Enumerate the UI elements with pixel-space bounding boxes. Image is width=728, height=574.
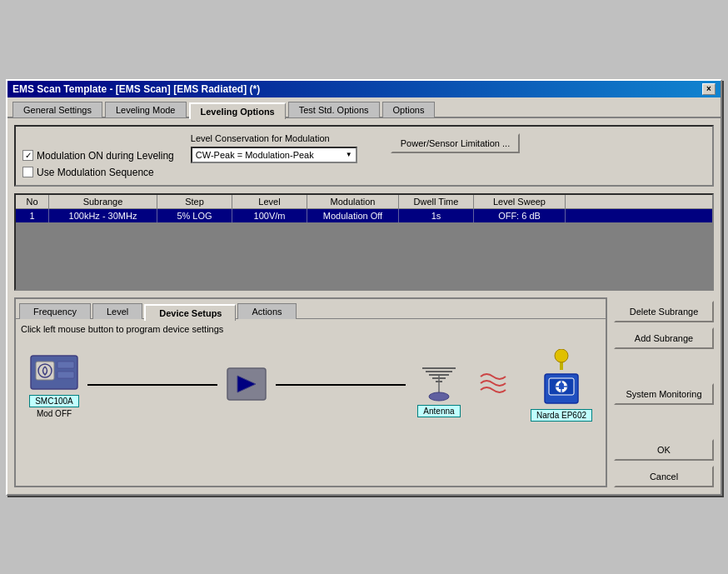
btab-actions[interactable]: Actions (237, 303, 296, 319)
col-subrange: Subrange (49, 195, 157, 208)
device-amplifier[interactable] (226, 364, 267, 406)
device-setup-content: Click left mouse button to program devic… (16, 319, 606, 486)
col-no: No (16, 195, 49, 208)
modulation-row: ✓ Modulation ON during Leveling (22, 150, 174, 162)
action-buttons: Delete Subrange Add Subrange System Moni… (614, 297, 714, 487)
device-antenna[interactable]: Antenna (414, 353, 464, 417)
table-header: No Subrange Step Level Modulation Dwell … (16, 195, 712, 209)
connector-1 (87, 384, 217, 386)
svg-rect-3 (57, 362, 74, 368)
system-monitoring-button[interactable]: System Monitoring (614, 383, 714, 405)
device-field-waves (472, 360, 514, 410)
main-window: EMS Scan Template - [EMS Scan] [EMS Radi… (6, 79, 722, 496)
power-sensor-button[interactable]: Power/Sensor Limitation ... (391, 133, 520, 153)
close-button[interactable]: × (702, 83, 716, 95)
delete-subrange-button[interactable]: Delete Subrange (614, 301, 714, 322)
tab-leveling-mode[interactable]: Leveling Mode (105, 102, 187, 117)
btab-level[interactable]: Level (92, 303, 142, 319)
table-area: No Subrange Step Level Modulation Dwell … (14, 193, 714, 291)
device-diagram: SMC100A Mod OFF (21, 341, 601, 430)
level-conservation: Level Conservation for Modulation CW-Pea… (191, 133, 357, 163)
tab-test-std-options[interactable]: Test Std. Options (288, 102, 380, 117)
device-smc100a[interactable]: SMC100A Mod OFF (29, 352, 79, 418)
smc100a-label: SMC100A (29, 395, 79, 407)
smc100a-sublabel: Mod OFF (37, 409, 72, 418)
antenna-label: Antenna (417, 405, 460, 417)
bottom-left-panel: Frequency Level Device Setups Actions Cl… (14, 297, 607, 487)
dropdown-arrow-icon: ▼ (346, 151, 352, 158)
cell-subrange: 100kHz - 30MHz (49, 209, 157, 222)
cancel-button[interactable]: Cancel (614, 466, 714, 487)
dropdown-value: CW-Peak = Modulation-Peak (196, 150, 314, 160)
cell-modulation: Modulation Off (307, 209, 399, 222)
cell-dwell-time: 1s (399, 209, 474, 222)
select-row: CW-Peak = Modulation-Peak ▼ (191, 147, 357, 163)
table-row[interactable]: 1 100kHz - 30MHz 5% LOG 100V/m Modulatio… (16, 209, 712, 222)
antenna-icon (414, 353, 464, 403)
smc100a-icon (29, 352, 79, 393)
cell-level-sweep: OFF: 6 dB (474, 209, 566, 222)
bottom-tabs-row: Frequency Level Device Setups Actions (16, 299, 606, 319)
options-top: ✓ Modulation ON during Leveling Use Modu… (22, 133, 706, 178)
add-subrange-button[interactable]: Add Subrange (614, 327, 714, 349)
top-tabs: General Settings Leveling Mode Leveling … (7, 97, 721, 118)
bottom-section: Frequency Level Device Setups Actions Cl… (14, 297, 714, 487)
cell-level: 100V/m (232, 209, 307, 222)
checkboxes: ✓ Modulation ON during Leveling Use Modu… (22, 133, 174, 178)
amplifier-icon (226, 364, 267, 406)
col-modulation: Modulation (307, 195, 399, 208)
sequence-checkbox[interactable] (22, 167, 33, 177)
tab-general-settings[interactable]: General Settings (12, 102, 102, 117)
svg-point-15 (555, 349, 568, 362)
cell-no: 1 (16, 209, 49, 222)
window-title: EMS Scan Template - [EMS Scan] [EMS Radi… (12, 83, 260, 95)
btab-device-setups[interactable]: Device Setups (144, 304, 236, 321)
svg-point-13 (429, 392, 449, 401)
level-conservation-label: Level Conservation for Modulation (191, 133, 357, 143)
svg-rect-4 (57, 372, 74, 378)
col-level: Level (232, 195, 307, 208)
tab-options[interactable]: Options (382, 102, 436, 117)
sequence-label: Use Modulation Sequence (37, 167, 154, 178)
col-level-sweep: Level Sweep (474, 195, 566, 208)
content-area: ✓ Modulation ON during Leveling Use Modu… (7, 118, 721, 494)
col-dwell-time: Dwell Time (399, 195, 474, 208)
btab-frequency[interactable]: Frequency (19, 303, 91, 319)
ok-button[interactable]: OK (614, 439, 714, 461)
narda-icon (536, 349, 586, 407)
spacer2 (614, 410, 714, 434)
title-bar: EMS Scan Template - [EMS Scan] [EMS Radi… (7, 81, 721, 97)
modulation-label: Modulation ON during Leveling (37, 150, 174, 162)
narda-label: Narda EP602 (531, 409, 592, 422)
device-hint: Click left mouse button to program devic… (21, 324, 601, 334)
tab-leveling-options[interactable]: Leveling Options (189, 102, 286, 119)
cell-step: 5% LOG (157, 209, 232, 222)
field-waves-icon (472, 360, 514, 410)
sequence-row: Use Modulation Sequence (22, 167, 174, 178)
table-empty-area (16, 222, 712, 289)
spacer (614, 354, 714, 378)
connector-2 (276, 384, 406, 386)
col-step: Step (157, 195, 232, 208)
device-narda[interactable]: Narda EP602 (531, 349, 592, 422)
modulation-checkbox[interactable]: ✓ (22, 150, 33, 161)
dropdown-select[interactable]: CW-Peak = Modulation-Peak ▼ (191, 147, 357, 163)
options-panel: ✓ Modulation ON during Leveling Use Modu… (14, 125, 714, 187)
